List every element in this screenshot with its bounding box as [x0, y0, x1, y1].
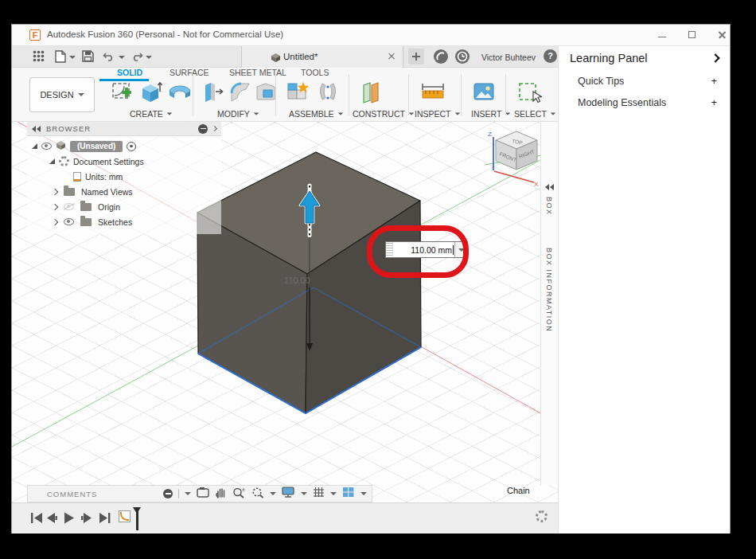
skip-end-icon	[99, 513, 110, 523]
app-grid-icon[interactable]	[33, 50, 46, 64]
save-icon[interactable]	[82, 50, 95, 64]
tab-sheet-metal[interactable]: SHEET METAL	[229, 68, 286, 81]
tab-tools[interactable]: TOOLS	[301, 68, 329, 81]
dimension-input-widget[interactable]: 110.00 mm	[385, 241, 468, 258]
user-account-button[interactable]: Victor Buhteev	[475, 53, 542, 62]
tree-item-document-settings[interactable]: Document Settings	[27, 154, 221, 169]
dimension-dropdown-button[interactable]	[454, 242, 467, 257]
tree-item-units[interactable]: Units: mm	[27, 169, 221, 184]
grid-caret-icon[interactable]	[330, 492, 337, 495]
timeline-settings-gear-icon[interactable]	[536, 510, 548, 522]
undo-caret-icon[interactable]	[119, 56, 125, 59]
visibility-off-eye-icon[interactable]	[64, 203, 74, 210]
workspace-selector[interactable]: DESIGN	[29, 77, 95, 112]
viewport-canvas[interactable]: 110.00 TOP FRONT RIGHT Z X	[12, 122, 558, 502]
tree-item-origin[interactable]: Origin	[27, 199, 221, 214]
insert-image-icon[interactable]	[472, 80, 496, 108]
viewcube-x-label: X	[534, 181, 539, 187]
group-construct[interactable]: CONSTRUCT	[353, 109, 415, 119]
document-tab-close-icon[interactable]	[387, 52, 396, 61]
close-button[interactable]	[717, 29, 728, 41]
display-settings-icon[interactable]	[282, 487, 295, 501]
visibility-eye-icon[interactable]	[41, 143, 52, 150]
zoom-icon[interactable]: ±	[232, 487, 246, 502]
tree-item-named-views[interactable]: Named Views	[27, 184, 221, 199]
group-create[interactable]: CREATE	[130, 109, 173, 119]
learning-panel-header[interactable]: Learning Panel	[559, 46, 730, 70]
visibility-eye-icon[interactable]	[64, 218, 74, 225]
viewports-icon[interactable]	[342, 487, 355, 501]
tree-item-sketches[interactable]: Sketches	[27, 214, 221, 229]
collapsed-chevron-icon[interactable]	[52, 188, 58, 194]
box-dialog-tab[interactable]: BOX	[545, 197, 553, 216]
viewports-caret-icon[interactable]	[360, 492, 367, 495]
chevron-down-icon	[458, 248, 465, 252]
dimension-input[interactable]: 110.00 mm	[411, 245, 452, 255]
browser-minus-icon[interactable]	[198, 124, 208, 134]
expand-dialog-icon[interactable]	[545, 184, 555, 190]
tree-item-sketches-label: Sketches	[98, 217, 132, 227]
browser-expand-icon[interactable]	[212, 126, 217, 131]
construct-plane-icon[interactable]	[359, 80, 384, 108]
expand-triangle-icon[interactable]	[32, 143, 37, 149]
collapsed-chevron-icon[interactable]	[52, 203, 58, 209]
expand-plus-icon[interactable]: +	[711, 75, 717, 87]
select-icon[interactable]	[516, 80, 542, 108]
tree-item-unsaved[interactable]: (Unsaved)	[27, 139, 221, 154]
file-menu-caret-icon[interactable]	[69, 56, 76, 59]
timeline-position-marker[interactable]	[131, 507, 142, 531]
new-component-icon[interactable]	[286, 80, 311, 108]
learning-item-quick-tips[interactable]: Quick Tips +	[559, 70, 730, 92]
pan-hand-icon[interactable]	[215, 487, 227, 502]
comments-minus-icon[interactable]	[163, 489, 173, 498]
timeline-sketch-feature[interactable]	[119, 510, 131, 522]
collapse-left-icon[interactable]	[32, 126, 41, 132]
collapsed-chevron-icon[interactable]	[52, 218, 58, 225]
redo-icon[interactable]	[130, 50, 143, 64]
shell-icon[interactable]	[254, 80, 278, 108]
inspect-measure-icon[interactable]	[419, 80, 446, 108]
group-inspect[interactable]: INSPECT	[415, 109, 461, 119]
group-modify[interactable]: MODIFY	[217, 109, 259, 119]
extensions-icon[interactable]	[434, 49, 448, 64]
maximize-button[interactable]	[687, 29, 698, 41]
close-icon	[717, 29, 728, 41]
browser-header[interactable]: BROWSER	[27, 122, 221, 136]
viewcube-z-label: Z	[488, 131, 492, 138]
group-assemble[interactable]: ASSEMBLE	[289, 109, 344, 119]
activate-component-icon[interactable]	[127, 142, 136, 151]
joint-icon[interactable]	[316, 80, 340, 108]
redo-caret-icon[interactable]	[146, 56, 152, 59]
tab-surface[interactable]: SURFACE	[170, 68, 209, 81]
fit-view-icon[interactable]	[251, 487, 264, 502]
minimize-button[interactable]	[657, 29, 668, 41]
expand-plus-icon[interactable]: +	[711, 96, 717, 108]
fit-caret-icon[interactable]	[270, 492, 276, 495]
orbit-icon[interactable]	[197, 487, 209, 501]
expand-triangle-icon[interactable]	[49, 158, 55, 164]
grid-snaps-icon[interactable]	[313, 487, 325, 501]
workspace-caret-icon	[78, 93, 84, 96]
undo-icon[interactable]	[103, 50, 116, 64]
box-information-dialog-tab[interactable]: BOX INFORMATION	[545, 248, 553, 332]
create-sketch-icon[interactable]	[111, 80, 134, 108]
timeline-playback[interactable]	[31, 511, 119, 526]
revolve-icon[interactable]	[166, 80, 193, 108]
press-pull-icon[interactable]	[201, 80, 225, 108]
fillet-icon[interactable]	[228, 80, 252, 108]
workspace-label: DESIGN	[40, 90, 73, 100]
document-tab[interactable]: Untitled*	[241, 46, 403, 68]
help-icon[interactable]: ?	[544, 49, 557, 63]
job-status-clock-icon[interactable]	[455, 49, 470, 64]
file-menu-icon[interactable]	[55, 50, 68, 64]
learning-item-modeling-essentials[interactable]: Modeling Essentials +	[559, 92, 730, 113]
display-caret-icon[interactable]	[301, 492, 307, 495]
chevron-right-icon[interactable]	[711, 53, 719, 62]
comments-label[interactable]: COMMENTS	[47, 490, 97, 498]
drag-grip-icon[interactable]	[386, 242, 393, 257]
group-select[interactable]: SELECT	[514, 109, 556, 119]
new-tab-button[interactable]	[408, 49, 424, 64]
folder-icon	[80, 218, 92, 226]
comments-caret-icon[interactable]	[185, 492, 191, 495]
extrude-icon[interactable]	[138, 80, 163, 108]
